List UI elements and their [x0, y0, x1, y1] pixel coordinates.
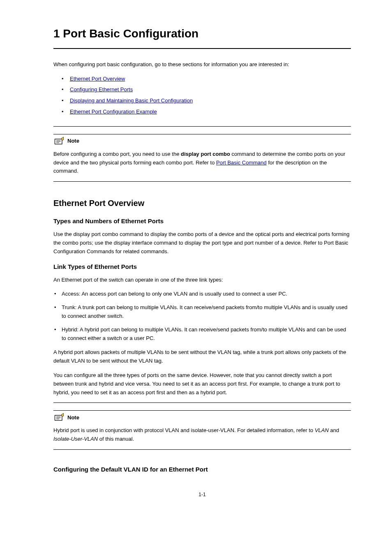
note-label: Note — [67, 414, 79, 422]
title-divider — [53, 48, 351, 49]
toc-link-overview[interactable]: Ethernet Port Overview — [70, 76, 125, 82]
heading-types: Types and Numbers of Ethernet Ports — [53, 216, 351, 226]
note-text: Before configuring a combo port, you nee… — [53, 151, 181, 157]
para-link-change: You can configure all the three types of… — [53, 371, 351, 397]
note-inner-divider — [53, 410, 351, 411]
toc-intro: When configuring port basic configuratio… — [53, 60, 351, 69]
heading-overview: Ethernet Port Overview — [53, 197, 351, 210]
note-text: of this manual. — [99, 436, 134, 442]
note-header: Note — [53, 137, 351, 146]
note-text: and — [329, 427, 339, 433]
toc-item: Ethernet Port Overview — [53, 75, 351, 83]
heading-default-vlan: Configuring the Default VLAN ID for an E… — [53, 465, 351, 474]
note-text: Hybrid port is used in conjunction with … — [53, 427, 315, 433]
toc-list: Ethernet Port Overview Configuring Ether… — [53, 75, 351, 116]
para-types: Use the display port combo command to di… — [53, 230, 351, 256]
note-inner-divider — [53, 134, 351, 134]
note-body: Before configuring a combo port, you nee… — [53, 150, 351, 176]
para-link-intro: An Ethernet port of the switch can opera… — [53, 276, 351, 284]
toc-link-example[interactable]: Ethernet Port Configuration Example — [70, 109, 157, 115]
note-bold: display port combo — [181, 151, 230, 157]
page-number: 1-1 — [53, 491, 351, 499]
list-item: Access: An access port can belong to onl… — [53, 290, 351, 298]
note-box-hybrid: Note Hybrid port is used in conjunction … — [53, 402, 351, 450]
toc-item: Ethernet Port Configuration Example — [53, 108, 351, 116]
heading-link-types: Link Types of Ethernet Ports — [53, 262, 351, 272]
note-icon — [53, 137, 65, 146]
note-italic: Isolate-User-VLAN — [53, 436, 98, 442]
toc-item: Configuring Ethernet Ports — [53, 86, 351, 94]
link-type-list: Access: An access port can belong to onl… — [53, 290, 351, 342]
note-label: Note — [67, 137, 79, 146]
chapter-title: 1 Port Basic Configuration — [53, 25, 351, 43]
note-header: Note — [53, 413, 351, 422]
list-item: Hybrid: A hybrid port can belong to mult… — [53, 326, 351, 343]
list-item: Trunk: A trunk port can belong to multip… — [53, 303, 351, 321]
note-body: Hybrid port is used in conjunction with … — [53, 426, 351, 444]
note-box-combo: Note Before configuring a combo port, yo… — [53, 126, 351, 182]
toc-link-configuring[interactable]: Configuring Ethernet Ports — [70, 86, 133, 92]
toc-item: Displaying and Maintaining Basic Port Co… — [53, 97, 351, 105]
para-link-diff: A hybrid port allows packets of multiple… — [53, 348, 351, 365]
note-icon — [53, 413, 65, 422]
note-link-port-basic-command[interactable]: Port Basic Command — [216, 160, 267, 166]
toc-link-displaying[interactable]: Displaying and Maintaining Basic Port Co… — [70, 97, 193, 104]
note-italic: VLAN — [315, 427, 329, 433]
